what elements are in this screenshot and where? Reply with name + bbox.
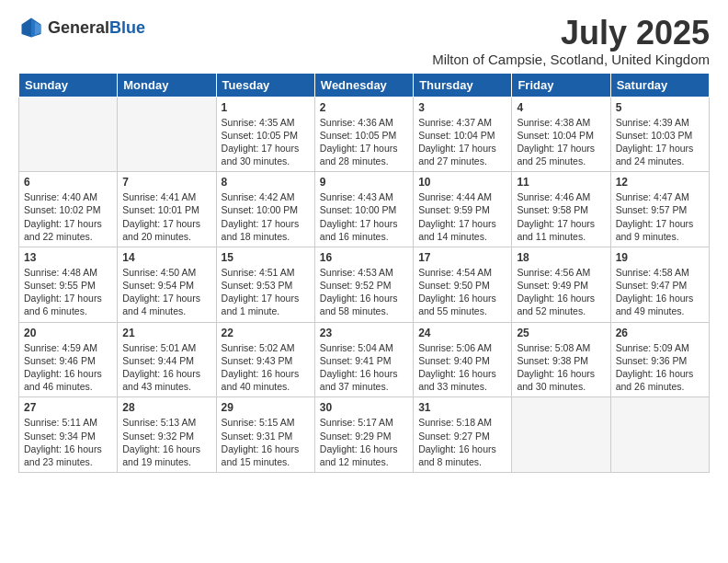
day-number: 8 [222,176,310,189]
logo-blue: Blue [109,18,145,37]
day-info: Sunrise: 5:02 AM Sunset: 9:43 PM Dayligh… [222,341,310,394]
day-number: 17 [418,251,506,264]
logo-text: GeneralBlue [48,18,145,38]
day-info: Sunrise: 4:36 AM Sunset: 10:05 PM Daylig… [320,116,408,168]
day-number: 15 [222,251,310,264]
day-number: 12 [616,176,704,189]
day-number: 23 [320,327,408,339]
calendar-cell: 21Sunrise: 5:01 AM Sunset: 9:44 PM Dayli… [118,322,216,397]
day-number: 26 [616,327,704,339]
day-number: 18 [517,251,605,264]
day-number: 31 [418,401,506,414]
day-info: Sunrise: 5:13 AM Sunset: 9:32 PM Dayligh… [122,416,210,468]
day-info: Sunrise: 5:08 AM Sunset: 9:38 PM Dayligh… [517,341,605,394]
calendar-cell: 10Sunrise: 4:44 AM Sunset: 9:59 PM Dayli… [414,172,512,247]
calendar-cell: 13Sunrise: 4:48 AM Sunset: 9:55 PM Dayli… [19,247,118,322]
day-info: Sunrise: 4:58 AM Sunset: 9:47 PM Dayligh… [616,266,704,318]
day-info: Sunrise: 4:42 AM Sunset: 10:00 PM Daylig… [222,190,310,243]
logo: GeneralBlue [18,15,145,40]
day-info: Sunrise: 5:04 AM Sunset: 9:41 PM Dayligh… [320,341,408,394]
day-number: 6 [24,176,112,189]
calendar-cell: 8Sunrise: 4:42 AM Sunset: 10:00 PM Dayli… [216,172,314,247]
calendar-cell: 26Sunrise: 5:09 AM Sunset: 9:36 PM Dayli… [610,322,709,397]
day-number: 24 [418,327,506,339]
weekday-header: Thursday [414,73,512,97]
calendar-cell: 1Sunrise: 4:35 AM Sunset: 10:05 PM Dayli… [216,97,314,172]
title-block: July 2025 Milton of Campsie, Scotland, U… [432,15,710,67]
day-number: 28 [122,401,210,414]
svg-marker-2 [31,18,35,38]
day-number: 1 [222,101,310,114]
calendar-cell: 17Sunrise: 4:54 AM Sunset: 9:50 PM Dayli… [414,247,512,322]
calendar-week-row: 20Sunrise: 4:59 AM Sunset: 9:46 PM Dayli… [19,322,710,397]
day-info: Sunrise: 4:43 AM Sunset: 10:00 PM Daylig… [320,190,408,243]
day-number: 9 [320,176,408,189]
day-number: 7 [122,176,210,189]
day-info: Sunrise: 4:51 AM Sunset: 9:53 PM Dayligh… [222,266,310,318]
calendar-week-row: 1Sunrise: 4:35 AM Sunset: 10:05 PM Dayli… [19,97,710,172]
calendar-cell: 16Sunrise: 4:53 AM Sunset: 9:52 PM Dayli… [314,247,413,322]
day-info: Sunrise: 4:54 AM Sunset: 9:50 PM Dayligh… [418,266,506,318]
day-number: 27 [24,401,112,414]
day-number: 21 [122,327,210,339]
day-number: 13 [24,251,112,264]
calendar-table: SundayMondayTuesdayWednesdayThursdayFrid… [18,73,710,473]
day-number: 25 [517,327,605,339]
day-info: Sunrise: 5:11 AM Sunset: 9:34 PM Dayligh… [24,416,112,468]
weekday-header: Monday [118,73,216,97]
calendar-cell: 23Sunrise: 5:04 AM Sunset: 9:41 PM Dayli… [314,322,413,397]
day-info: Sunrise: 4:40 AM Sunset: 10:02 PM Daylig… [24,190,112,243]
calendar-cell: 24Sunrise: 5:06 AM Sunset: 9:40 PM Dayli… [414,322,512,397]
calendar-cell: 5Sunrise: 4:39 AM Sunset: 10:03 PM Dayli… [610,97,709,172]
day-number: 22 [222,327,310,339]
calendar-cell: 15Sunrise: 4:51 AM Sunset: 9:53 PM Dayli… [216,247,314,322]
calendar-cell: 25Sunrise: 5:08 AM Sunset: 9:38 PM Dayli… [512,322,610,397]
weekday-header: Sunday [19,73,118,97]
day-info: Sunrise: 5:15 AM Sunset: 9:31 PM Dayligh… [222,416,310,468]
day-info: Sunrise: 4:35 AM Sunset: 10:05 PM Daylig… [222,116,310,168]
day-info: Sunrise: 4:53 AM Sunset: 9:52 PM Dayligh… [320,266,408,318]
day-number: 2 [320,101,408,114]
calendar-week-row: 13Sunrise: 4:48 AM Sunset: 9:55 PM Dayli… [19,247,710,322]
location: Milton of Campsie, Scotland, United King… [432,52,710,67]
calendar-cell: 3Sunrise: 4:37 AM Sunset: 10:04 PM Dayli… [414,97,512,172]
weekday-header-row: SundayMondayTuesdayWednesdayThursdayFrid… [19,73,710,97]
calendar-cell: 11Sunrise: 4:46 AM Sunset: 9:58 PM Dayli… [512,172,610,247]
day-number: 16 [320,251,408,264]
day-info: Sunrise: 4:38 AM Sunset: 10:04 PM Daylig… [517,116,605,168]
day-number: 4 [517,101,605,114]
month-title: July 2025 [432,15,710,52]
calendar-cell: 19Sunrise: 4:58 AM Sunset: 9:47 PM Dayli… [610,247,709,322]
day-info: Sunrise: 5:17 AM Sunset: 9:29 PM Dayligh… [320,416,408,468]
day-number: 30 [320,401,408,414]
day-number: 11 [517,176,605,189]
calendar-week-row: 27Sunrise: 5:11 AM Sunset: 9:34 PM Dayli… [19,397,710,473]
day-number: 20 [24,327,112,339]
weekday-header: Tuesday [216,73,314,97]
weekday-header: Wednesday [314,73,413,97]
day-number: 10 [418,176,506,189]
day-info: Sunrise: 5:01 AM Sunset: 9:44 PM Dayligh… [122,341,210,394]
logo-general: General [48,18,109,37]
weekday-header: Friday [512,73,610,97]
calendar-cell [512,397,610,473]
day-info: Sunrise: 4:46 AM Sunset: 9:58 PM Dayligh… [517,190,605,243]
calendar-cell: 6Sunrise: 4:40 AM Sunset: 10:02 PM Dayli… [19,172,118,247]
day-info: Sunrise: 4:44 AM Sunset: 9:59 PM Dayligh… [418,190,506,243]
day-info: Sunrise: 5:18 AM Sunset: 9:27 PM Dayligh… [418,416,506,468]
calendar-cell: 28Sunrise: 5:13 AM Sunset: 9:32 PM Dayli… [118,397,216,473]
day-info: Sunrise: 4:48 AM Sunset: 9:55 PM Dayligh… [24,266,112,318]
day-number: 14 [122,251,210,264]
day-info: Sunrise: 5:09 AM Sunset: 9:36 PM Dayligh… [616,341,704,394]
day-info: Sunrise: 5:06 AM Sunset: 9:40 PM Dayligh… [418,341,506,394]
calendar-cell: 4Sunrise: 4:38 AM Sunset: 10:04 PM Dayli… [512,97,610,172]
day-number: 3 [418,101,506,114]
calendar-cell: 22Sunrise: 5:02 AM Sunset: 9:43 PM Dayli… [216,322,314,397]
calendar-cell [19,97,118,172]
day-info: Sunrise: 4:41 AM Sunset: 10:01 PM Daylig… [122,190,210,243]
day-number: 29 [222,401,310,414]
calendar-cell: 7Sunrise: 4:41 AM Sunset: 10:01 PM Dayli… [118,172,216,247]
calendar-cell: 9Sunrise: 4:43 AM Sunset: 10:00 PM Dayli… [314,172,413,247]
day-info: Sunrise: 4:56 AM Sunset: 9:49 PM Dayligh… [517,266,605,318]
calendar-cell: 31Sunrise: 5:18 AM Sunset: 9:27 PM Dayli… [414,397,512,473]
